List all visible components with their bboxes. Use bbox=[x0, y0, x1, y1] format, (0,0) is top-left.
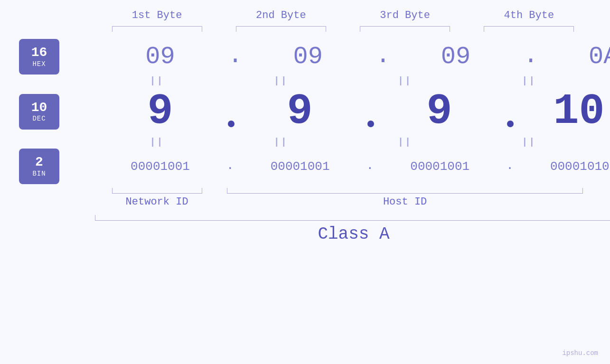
bin-badge-label: BIN bbox=[32, 170, 46, 177]
bracket-cell-1 bbox=[95, 26, 219, 32]
equals-cell-1-2: || bbox=[219, 75, 343, 86]
top-brackets-row bbox=[95, 26, 591, 32]
bin-value-4: 00001010 bbox=[550, 159, 610, 174]
hex-cell-1: 09 bbox=[95, 43, 225, 71]
dec-dot-2 bbox=[367, 121, 374, 127]
bin-dot-2: . bbox=[366, 159, 374, 175]
network-id-label: Network ID bbox=[95, 196, 219, 208]
bin-badge: 2 BIN bbox=[19, 149, 59, 184]
host-id-label: Host ID bbox=[219, 196, 591, 208]
hex-dot-2: . bbox=[375, 42, 390, 72]
hex-dot-3: . bbox=[523, 42, 538, 72]
bin-dot-1: . bbox=[226, 159, 234, 175]
bin-value-3: 00001001 bbox=[410, 159, 469, 174]
class-label: Class A bbox=[95, 224, 610, 244]
bin-value-1: 00001001 bbox=[131, 159, 190, 174]
equals-cell-2-2: || bbox=[219, 137, 343, 148]
class-bracket bbox=[95, 215, 610, 221]
dec-badge: 10 DEC bbox=[19, 94, 59, 130]
hex-values: 09 . 09 . 09 . 0A bbox=[95, 42, 610, 72]
byte2-header: 2nd Byte bbox=[219, 9, 343, 21]
dec-value-1: 9 bbox=[147, 87, 173, 136]
network-bracket bbox=[112, 188, 202, 194]
bin-cell-1: 00001001 bbox=[95, 159, 225, 174]
hex-value-4: 0A bbox=[589, 43, 610, 71]
equals-cell-2-4: || bbox=[467, 137, 591, 148]
equals-cell-1-1: || bbox=[95, 75, 219, 86]
host-bracket-container bbox=[219, 188, 591, 194]
bin-dot-3: . bbox=[506, 159, 514, 175]
dec-badge-number: 10 bbox=[31, 101, 47, 115]
dec-dot-1 bbox=[228, 121, 235, 127]
class-label-row: Class A bbox=[95, 224, 610, 244]
dec-cell-1: 9 bbox=[95, 87, 225, 136]
bracket-cell-4 bbox=[467, 26, 591, 32]
byte1-header: 1st Byte bbox=[95, 9, 219, 21]
hex-badge: 16 HEX bbox=[19, 39, 59, 75]
top-bracket-1 bbox=[112, 26, 202, 32]
network-bracket-container bbox=[95, 188, 219, 194]
equals-cell-2-1: || bbox=[95, 137, 219, 148]
hex-value-3: 09 bbox=[441, 43, 470, 71]
equals-cell-1-4: || bbox=[467, 75, 591, 86]
byte4-header: 4th Byte bbox=[467, 9, 591, 21]
bracket-cell-2 bbox=[219, 26, 343, 32]
hex-badge-number: 16 bbox=[31, 46, 47, 60]
hex-value-1: 09 bbox=[145, 43, 175, 71]
bin-value-2: 00001001 bbox=[271, 159, 330, 174]
bin-cell-4: 00001010 bbox=[515, 159, 610, 174]
hex-row: 16 HEX 09 . 09 . 09 . 0A bbox=[19, 39, 591, 75]
hex-cell-4: 0A bbox=[538, 43, 610, 71]
top-bracket-3 bbox=[360, 26, 450, 32]
top-bracket-4 bbox=[484, 26, 574, 32]
bin-row: 2 BIN 00001001 . 00001001 . 00001001 . 0… bbox=[19, 149, 591, 184]
hex-dot-1: . bbox=[228, 42, 243, 72]
byte3-header: 3rd Byte bbox=[343, 9, 467, 21]
byte-headers-row: 1st Byte 2nd Byte 3rd Byte 4th Byte bbox=[95, 9, 591, 21]
bin-badge-number: 2 bbox=[35, 155, 43, 170]
equals-row-2: || || || || bbox=[95, 137, 591, 148]
bin-values: 00001001 . 00001001 . 00001001 . 0000101… bbox=[95, 159, 610, 175]
watermark: ipshu.com bbox=[562, 349, 598, 357]
dec-value-3: 9 bbox=[426, 87, 452, 136]
host-bracket bbox=[227, 188, 583, 194]
hex-cell-3: 09 bbox=[390, 43, 521, 71]
main-container: 1st Byte 2nd Byte 3rd Byte 4th Byte 16 H… bbox=[0, 0, 610, 364]
dec-cell-2: 9 bbox=[235, 87, 365, 136]
dec-value-2: 9 bbox=[287, 87, 312, 136]
dec-dot-3 bbox=[507, 121, 514, 127]
hex-cell-2: 09 bbox=[243, 43, 373, 71]
dec-row: 10 DEC 9 9 9 10 bbox=[19, 87, 591, 136]
dec-cell-4: 10 bbox=[514, 87, 610, 136]
bin-cell-3: 00001001 bbox=[375, 159, 505, 174]
id-labels-row: Network ID Host ID bbox=[95, 196, 591, 208]
equals-cell-1-3: || bbox=[343, 75, 467, 86]
equals-cell-2-3: || bbox=[343, 137, 467, 148]
hex-badge-label: HEX bbox=[32, 60, 46, 68]
bottom-bracket-row bbox=[95, 188, 591, 194]
dec-cell-3: 9 bbox=[374, 87, 505, 136]
bracket-cell-3 bbox=[343, 26, 467, 32]
dec-value-4: 10 bbox=[553, 87, 604, 136]
top-bracket-2 bbox=[236, 26, 326, 32]
equals-row-1: || || || || bbox=[95, 75, 591, 86]
hex-value-2: 09 bbox=[293, 43, 323, 71]
dec-values: 9 9 9 10 bbox=[95, 87, 610, 136]
dec-badge-label: DEC bbox=[32, 115, 46, 122]
class-bracket-row bbox=[95, 215, 591, 221]
bin-cell-2: 00001001 bbox=[235, 159, 366, 174]
